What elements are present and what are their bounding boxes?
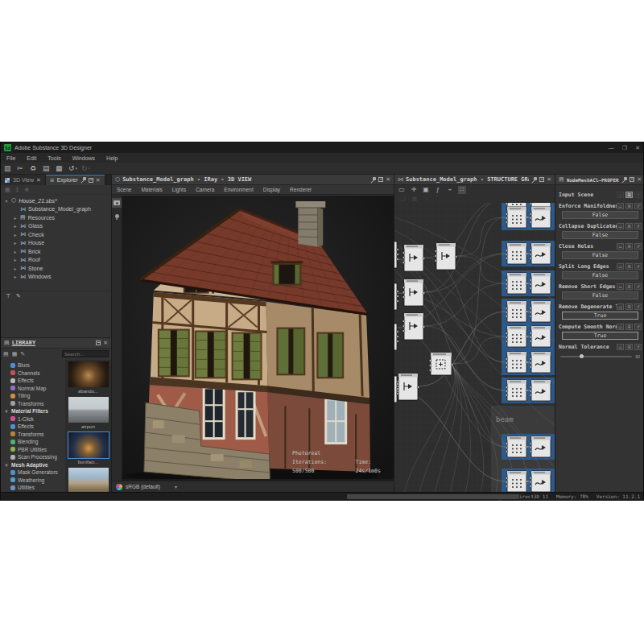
bulb-icon[interactable]: [112, 211, 122, 221]
library-category-mesh-adaptive[interactable]: ▾Mesh Adaptive: [1, 461, 64, 469]
filter-icon[interactable]: ⊤: [6, 293, 10, 299]
graph-node[interactable]: [397, 374, 419, 400]
param-value-button[interactable]: False: [562, 211, 638, 219]
slider-knob[interactable]: [580, 354, 584, 358]
3d-menu-camera[interactable]: Camera: [191, 187, 219, 192]
graph-node[interactable]: [506, 352, 528, 373]
save-package-icon[interactable]: ▦: [5, 187, 10, 193]
library-category-scan-processing[interactable]: Scan Processing: [1, 453, 64, 461]
cut-icon[interactable]: ✂: [17, 163, 26, 173]
param-value-button[interactable]: True: [562, 312, 638, 320]
close-icon[interactable]: ✕: [637, 176, 642, 183]
tree-item-windows[interactable]: ▸⋈Windows: [1, 273, 111, 282]
chevron-right-icon[interactable]: ▸: [13, 257, 18, 262]
graph-node[interactable]: [429, 353, 453, 375]
pin-icon[interactable]: [80, 177, 86, 183]
expose-icon[interactable]: ▭: [617, 203, 624, 209]
default-value-icon[interactable]: ⊞: [625, 324, 633, 330]
frame-icon[interactable]: ▣: [411, 195, 419, 203]
new-folder-icon[interactable]: ▤: [3, 351, 9, 357]
default-value-icon[interactable]: ⊞: [625, 203, 633, 209]
graph-node[interactable]: [506, 436, 528, 457]
chevron-down-icon[interactable]: ▾: [175, 484, 177, 489]
library-category-mask-generators[interactable]: Mask Generators: [1, 469, 64, 477]
expose-icon[interactable]: ▭: [617, 263, 624, 270]
tree-item-glass[interactable]: ▸⋈Glass: [1, 222, 111, 231]
menu-windows[interactable]: Windows: [67, 155, 101, 161]
chevron-right-icon[interactable]: ▸: [13, 240, 18, 246]
reset-icon[interactable]: ↺: [634, 324, 642, 330]
default-value-icon[interactable]: ⊞: [625, 303, 633, 310]
default-value-icon[interactable]: ⊞: [625, 223, 633, 229]
library-category-transforms[interactable]: Transforms: [1, 431, 64, 439]
reset-icon[interactable]: ↺: [634, 344, 642, 350]
param-value-button[interactable]: False: [562, 271, 638, 279]
library-search-input[interactable]: [62, 350, 109, 357]
3d-menu-scene[interactable]: Scene: [112, 187, 136, 192]
param-value-button[interactable]: True: [562, 332, 638, 340]
reset-icon[interactable]: ↺: [634, 243, 642, 250]
hdri-thumbnail-0[interactable]: abando...: [68, 361, 109, 395]
library-category-tiling[interactable]: Tiling: [1, 392, 64, 400]
param-value-button[interactable]: False: [562, 291, 638, 299]
export-package-icon[interactable]: ↥: [15, 187, 20, 193]
graph-node[interactable]: [506, 207, 528, 228]
undock-icon[interactable]: [378, 177, 383, 182]
graph-node[interactable]: [530, 301, 551, 322]
expose-icon[interactable]: ▭: [617, 344, 624, 350]
link-package-icon[interactable]: ⊕: [25, 187, 30, 193]
expose-icon[interactable]: ▭: [617, 283, 624, 290]
undock-icon[interactable]: [89, 178, 93, 183]
3d-menu-renderer[interactable]: Renderer: [285, 187, 316, 192]
menu-edit[interactable]: Edit: [21, 155, 42, 161]
marquee-select-icon[interactable]: ▭: [398, 186, 406, 194]
menu-tools[interactable]: Tools: [42, 155, 66, 161]
param-value-button[interactable]: False: [562, 251, 638, 259]
param-slider-normal-tolerance[interactable]: 30: [560, 353, 640, 360]
library-category-material-filters[interactable]: ▾Material Filters: [1, 407, 64, 415]
close-icon[interactable]: ✕: [96, 177, 101, 184]
default-value-icon[interactable]: ⊞: [625, 243, 633, 250]
3d-menu-display[interactable]: Display: [258, 187, 285, 192]
library-category-blending[interactable]: Blending: [1, 438, 64, 446]
tree-item-substance_model_graph[interactable]: ⋈Substance_Model_graph: [1, 205, 111, 214]
graph-node[interactable]: [530, 273, 551, 294]
view-mode-icon[interactable]: ▦: [12, 351, 18, 357]
camera-icon[interactable]: [112, 198, 122, 208]
3d-viewport[interactable]: Photoreal Iterations: 500/500 Time: 24s/…: [112, 196, 394, 481]
hdri-thumbnail-3[interactable]: bonifaci...: [68, 468, 109, 492]
library-category-blurs[interactable]: Blurs: [1, 361, 64, 369]
default-value-icon[interactable]: ⊞: [625, 192, 633, 198]
reset-icon[interactable]: ↺: [634, 263, 642, 270]
3d-menu-lights[interactable]: Lights: [167, 187, 191, 192]
graph-node[interactable]: [506, 471, 528, 492]
close-icon[interactable]: ✕: [103, 340, 108, 346]
default-value-icon[interactable]: ⊞: [625, 263, 633, 270]
chevron-down-icon[interactable]: ▾: [4, 198, 9, 204]
expose-icon[interactable]: ▭: [617, 303, 624, 310]
undock-icon[interactable]: [539, 177, 544, 182]
graph-node[interactable]: [506, 326, 528, 347]
graph-node[interactable]: [530, 436, 551, 457]
graph-node[interactable]: [530, 471, 551, 492]
menu-help[interactable]: Help: [101, 155, 123, 161]
library-category-normal-map[interactable]: Normal Map: [1, 385, 64, 393]
maximize-button[interactable]: ❐: [622, 145, 627, 151]
expose-icon[interactable]: ▭: [617, 192, 624, 198]
pin-icon[interactable]: [370, 177, 376, 183]
close-icon[interactable]: ✕: [547, 176, 551, 183]
reset-icon[interactable]: ↺: [634, 203, 642, 209]
tree-item-roof[interactable]: ▸⋈Roof: [1, 256, 111, 265]
chevron-right-icon[interactable]: ▸: [13, 215, 18, 221]
tree-item-check[interactable]: ▸⋈Check: [1, 230, 111, 239]
reset-icon[interactable]: ↺: [634, 283, 642, 290]
tab-explorer[interactable]: ≣ Explorer ✕: [46, 175, 105, 185]
graph-node[interactable]: [506, 243, 528, 264]
graph-node[interactable]: [530, 207, 551, 228]
library-category-utilities[interactable]: Utilities: [1, 484, 64, 492]
reset-icon[interactable]: ↺: [634, 192, 642, 198]
undo-icon[interactable]: ↺▾: [68, 163, 77, 173]
comment-icon[interactable]: ❏: [398, 195, 407, 203]
reset-icon[interactable]: ↺: [634, 303, 642, 310]
pin-icon[interactable]: [531, 177, 537, 183]
